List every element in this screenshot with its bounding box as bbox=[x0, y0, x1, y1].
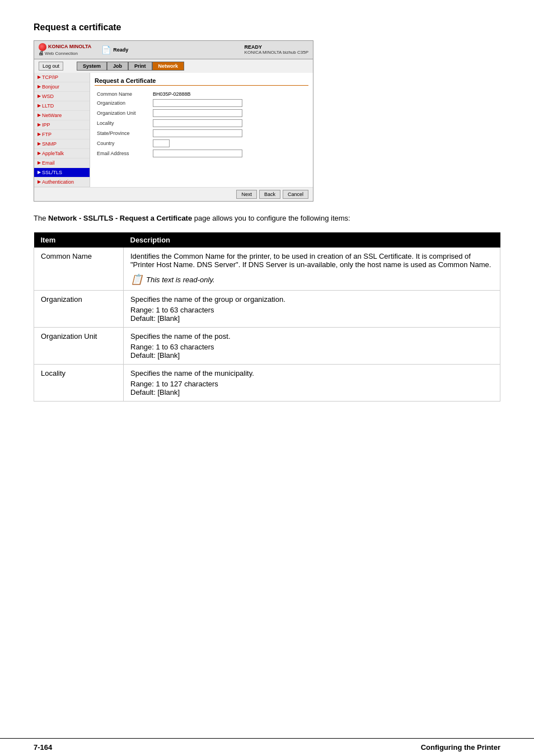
sidebar-item-wsd[interactable]: ▶WSD bbox=[34, 92, 90, 101]
sidebar-item-email[interactable]: ▶Email bbox=[34, 158, 90, 168]
form-row-state: State/Province bbox=[95, 128, 308, 138]
ready-label: Ready bbox=[113, 47, 128, 53]
sidebar-item-ssltls[interactable]: ▶SSL/TLS bbox=[34, 168, 90, 178]
sidebar-item-lltd[interactable]: ▶LLTD bbox=[34, 101, 90, 111]
desc-orgunit-range: Range: 1 to 63 characters Default: [Blan… bbox=[130, 343, 493, 360]
note-line: 📋 This text is read-only. bbox=[130, 273, 493, 286]
status-text: READY bbox=[245, 44, 308, 50]
sidebar-item-tcpip[interactable]: ▶TCP/IP bbox=[34, 73, 90, 82]
form-row-organization: Organization bbox=[95, 98, 308, 108]
note-text: This text is read-only. bbox=[146, 276, 215, 284]
table-row: Organization Specifies the name of the g… bbox=[34, 291, 500, 328]
form-label-locality: Locality bbox=[95, 118, 151, 128]
range-label: Range: 1 to 63 characters bbox=[130, 306, 493, 314]
range-label-locality: Range: 1 to 127 characters bbox=[130, 380, 493, 388]
printer-id: KONICA MINOLTA bizhub C35P bbox=[245, 50, 308, 55]
form-label-country: Country bbox=[95, 138, 151, 148]
form-label-state: State/Province bbox=[95, 128, 151, 138]
note-icon: 📋 bbox=[130, 273, 143, 286]
next-button[interactable]: Next bbox=[236, 190, 257, 199]
arrow-icon-snmp: ▶ bbox=[38, 141, 41, 146]
description-bold: Network - SSL/TLS - Request a Certificat… bbox=[48, 214, 192, 222]
browser-nav: Log out System Job Print Network bbox=[34, 59, 313, 73]
logout-button[interactable]: Log out bbox=[39, 62, 63, 71]
back-button[interactable]: Back bbox=[259, 190, 280, 199]
desc-common-name: Identifies the Common Name for the print… bbox=[124, 248, 500, 291]
sidebar-item-bonjour[interactable]: ▶Bonjour bbox=[34, 82, 90, 92]
arrow-icon-authentication: ▶ bbox=[38, 179, 41, 184]
desc-organization-range: Range: 1 to 63 characters Default: [Blan… bbox=[130, 306, 493, 323]
form-input-locality[interactable] bbox=[153, 119, 242, 127]
sidebar-item-netware[interactable]: ▶NetWare bbox=[34, 111, 90, 120]
tab-job[interactable]: Job bbox=[107, 62, 128, 71]
sidebar-item-authentication[interactable]: ▶Authentication bbox=[34, 178, 90, 187]
form-input-orgunit[interactable] bbox=[153, 109, 242, 117]
browser-content: ▶TCP/IP ▶Bonjour ▶WSD ▶LLTD ▶NetWare ▶IP… bbox=[34, 73, 313, 187]
sidebar-item-ipp[interactable]: ▶IPP bbox=[34, 120, 90, 130]
item-org-unit: Organization Unit bbox=[34, 328, 124, 365]
default-label-locality: Default: [Blank] bbox=[130, 388, 493, 396]
form-label-orgunit: Organization Unit bbox=[95, 108, 151, 118]
desc-org-unit: Specifies the name of the post. Range: 1… bbox=[124, 328, 500, 365]
web-connection-icon: 🖨 bbox=[39, 51, 44, 57]
sidebar-item-snmp[interactable]: ▶SNMP bbox=[34, 139, 90, 149]
sidebar-item-ftp[interactable]: ▶FTP bbox=[34, 130, 90, 139]
arrow-icon-netware: ▶ bbox=[38, 113, 41, 118]
web-connection-label: Web Connection bbox=[45, 52, 78, 57]
tab-print[interactable]: Print bbox=[128, 62, 152, 71]
arrow-icon-tcpip: ▶ bbox=[38, 74, 41, 80]
main-content: Request a Certificate Common Name BH035P… bbox=[90, 73, 313, 187]
konica-logo-area: KONICA MINOLTA 🖨 Web Connection bbox=[39, 43, 91, 57]
form-label-organization: Organization bbox=[95, 98, 151, 108]
form-label-commonname: Common Name bbox=[95, 90, 151, 98]
form-row-country: Country bbox=[95, 138, 308, 148]
section-title: Request a Certificate bbox=[95, 77, 308, 86]
desc-organization: Specifies the name of the group or organ… bbox=[124, 291, 500, 328]
konica-logo-text: KONICA MINOLTA bbox=[48, 44, 91, 50]
range-label-orgunit: Range: 1 to 63 characters bbox=[130, 343, 493, 351]
tab-network[interactable]: Network bbox=[152, 62, 185, 71]
form-row-email: Email Address bbox=[95, 148, 308, 158]
arrow-icon-ipp: ▶ bbox=[38, 122, 41, 127]
konica-logo-circle bbox=[39, 43, 46, 51]
form-table: Common Name BH035P-02888B Organization O… bbox=[95, 90, 308, 158]
form-input-state[interactable] bbox=[153, 129, 242, 137]
form-input-email[interactable] bbox=[153, 150, 242, 157]
nav-tabs: System Job Print Network bbox=[77, 62, 184, 71]
form-label-email: Email Address bbox=[95, 148, 151, 158]
footer-chapter: Configuring the Printer bbox=[421, 743, 500, 752]
sidebar-item-appletalk[interactable]: ▶AppleTalk bbox=[34, 149, 90, 158]
form-input-organization[interactable] bbox=[153, 99, 242, 107]
item-organization: Organization bbox=[34, 291, 124, 328]
default-label-orgunit: Default: [Blank] bbox=[130, 351, 493, 360]
desc-common-name-text: Identifies the Common Name for the print… bbox=[130, 252, 491, 269]
desc-locality: Specifies the name of the municipality. … bbox=[124, 365, 500, 402]
arrow-icon-ftp: ▶ bbox=[38, 132, 41, 137]
description-paragraph: The Network - SSL/TLS - Request a Certif… bbox=[34, 213, 500, 224]
item-locality: Locality bbox=[34, 365, 124, 402]
arrow-icon-wsd: ▶ bbox=[38, 94, 41, 99]
browser-header: KONICA MINOLTA 🖨 Web Connection 📄 Ready … bbox=[34, 41, 313, 59]
form-row-commonname: Common Name BH035P-02888B bbox=[95, 90, 308, 98]
arrow-icon-bonjour: ▶ bbox=[38, 84, 41, 89]
description-text-before: The bbox=[34, 214, 48, 222]
sidebar: ▶TCP/IP ▶Bonjour ▶WSD ▶LLTD ▶NetWare ▶IP… bbox=[34, 73, 90, 187]
table-row: Organization Unit Specifies the name of … bbox=[34, 328, 500, 365]
form-row-orgunit: Organization Unit bbox=[95, 108, 308, 118]
tab-system[interactable]: System bbox=[77, 62, 107, 71]
browser-mockup: KONICA MINOLTA 🖨 Web Connection 📄 Ready … bbox=[34, 40, 313, 202]
table-header-item: Item bbox=[34, 232, 124, 248]
form-row-locality: Locality bbox=[95, 118, 308, 128]
page-title: Request a certificate bbox=[34, 22, 500, 32]
arrow-icon-appletalk: ▶ bbox=[38, 151, 41, 156]
ready-icon: 📄 bbox=[101, 45, 111, 54]
form-input-country[interactable] bbox=[153, 139, 170, 147]
table-row: Locality Specifies the name of the munic… bbox=[34, 365, 500, 402]
browser-footer: Next Back Cancel bbox=[34, 187, 313, 201]
arrow-icon-email: ▶ bbox=[38, 160, 41, 165]
table-header-description: Description bbox=[124, 232, 500, 248]
status-area: READY KONICA MINOLTA bizhub C35P bbox=[245, 44, 308, 55]
desc-orgunit-text: Specifies the name of the post. bbox=[130, 332, 493, 340]
arrow-icon-lltd: ▶ bbox=[38, 103, 41, 108]
cancel-button[interactable]: Cancel bbox=[283, 190, 308, 199]
